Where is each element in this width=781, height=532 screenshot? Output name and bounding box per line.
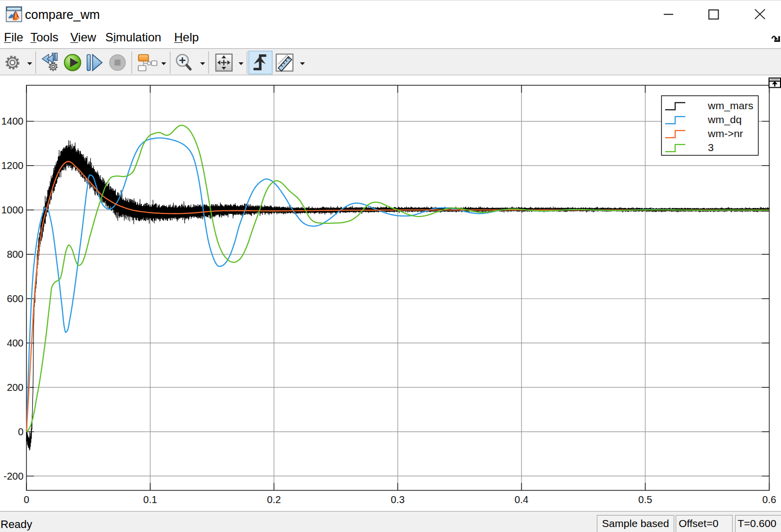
svg-text:-200: -200 — [3, 471, 23, 482]
svg-text:200: 200 — [7, 382, 23, 393]
svg-text:0.4: 0.4 — [515, 494, 528, 505]
svg-text:3: 3 — [708, 142, 714, 153]
svg-text:0.2: 0.2 — [267, 494, 281, 505]
svg-text:0.1: 0.1 — [143, 494, 157, 505]
svg-text:600: 600 — [7, 293, 23, 304]
svg-text:wm->nr: wm->nr — [708, 128, 744, 139]
svg-text:0: 0 — [18, 426, 23, 437]
svg-text:wm_mars: wm_mars — [708, 100, 754, 112]
svg-text:0.3: 0.3 — [391, 494, 405, 505]
svg-text:0.6: 0.6 — [763, 494, 777, 505]
svg-text:1200: 1200 — [1, 160, 24, 171]
svg-text:wm_dq: wm_dq — [708, 114, 742, 126]
svg-text:1400: 1400 — [1, 116, 24, 127]
svg-text:1000: 1000 — [1, 204, 24, 215]
svg-text:0.5: 0.5 — [638, 494, 652, 505]
svg-text:0: 0 — [23, 494, 29, 505]
svg-text:800: 800 — [7, 249, 23, 260]
svg-text:400: 400 — [7, 338, 23, 349]
